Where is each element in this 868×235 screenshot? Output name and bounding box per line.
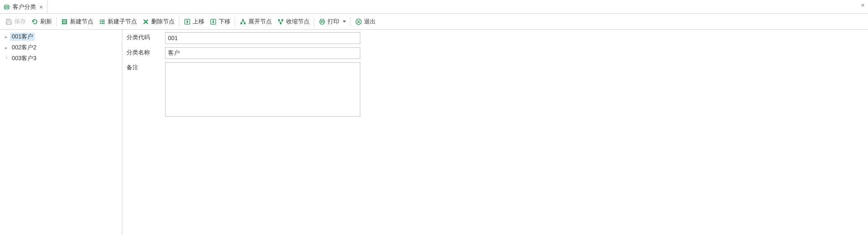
tree-item[interactable]: └ 003客户3 [0, 53, 122, 64]
new-child-node-label: 新建子节点 [108, 18, 137, 26]
svg-rect-24 [321, 22, 323, 24]
chevron-down-icon [343, 20, 346, 23]
new-child-node-button[interactable]: 新建子节点 [96, 16, 140, 28]
svg-rect-19 [278, 19, 280, 21]
new-node-label: 新建节点 [70, 18, 93, 26]
refresh-icon [31, 18, 39, 26]
separator [235, 17, 235, 26]
svg-rect-11 [101, 21, 105, 22]
move-down-label: 下移 [219, 18, 230, 26]
svg-rect-5 [63, 20, 66, 21]
new-node-button[interactable]: 新建节点 [58, 16, 96, 28]
remark-textarea[interactable] [165, 62, 360, 117]
refresh-button[interactable]: 刷新 [28, 16, 54, 28]
print-label: 打印 [328, 18, 339, 26]
separator [350, 17, 351, 26]
svg-rect-16 [242, 19, 244, 21]
svg-rect-6 [63, 21, 66, 22]
code-input[interactable] [165, 32, 360, 44]
new-node-icon [61, 18, 68, 26]
chevron-right-icon[interactable]: ▸ [3, 45, 9, 51]
delete-node-label: 删除节点 [151, 18, 175, 26]
expand-node-button[interactable]: 展开节点 [237, 16, 274, 28]
form-row-name: 分类名称 [127, 47, 864, 59]
move-down-button[interactable]: 下移 [207, 16, 233, 28]
chevron-right-icon[interactable]: ▸ [3, 34, 9, 40]
svg-rect-8 [100, 20, 101, 20]
print-icon [318, 18, 326, 26]
collapse-node-button[interactable]: 收缩节点 [274, 16, 312, 28]
print-button[interactable]: 打印 [316, 16, 349, 28]
expand-node-label: 展开节点 [248, 18, 272, 26]
main-area: ▸ 001客户 ▸ 002客户2 └ 003客户3 分类代码 分类名称 备注 [0, 30, 868, 235]
tree-item[interactable]: ▸ 001客户 [0, 31, 122, 42]
move-up-label: 上移 [193, 18, 204, 26]
new-child-node-icon [98, 18, 106, 26]
form-panel: 分类代码 分类名称 备注 [122, 30, 868, 235]
separator [314, 17, 314, 26]
separator [179, 17, 179, 26]
delete-icon [142, 18, 150, 26]
svg-rect-20 [282, 19, 283, 21]
tree-item[interactable]: ▸ 002客户2 [0, 42, 122, 53]
svg-rect-21 [280, 23, 282, 24]
tab-customer-category[interactable]: 客户分类 × [0, 0, 47, 13]
svg-rect-2 [8, 19, 10, 21]
refresh-label: 刷新 [40, 18, 52, 26]
arrow-down-icon [209, 18, 217, 26]
exit-icon [355, 18, 362, 26]
separator [56, 17, 57, 26]
remark-label: 备注 [127, 62, 165, 117]
exit-label: 退出 [364, 18, 376, 26]
toolbar: 保存 刷新 新建节点 [0, 14, 868, 30]
tab-title: 客户分类 [13, 3, 36, 11]
move-up-button[interactable]: 上移 [181, 16, 207, 28]
name-input[interactable] [165, 47, 360, 59]
tree-elbow-icon: └ [3, 56, 9, 61]
save-label: 保存 [14, 18, 26, 26]
svg-rect-10 [100, 21, 101, 22]
tab-bar: 客户分类 × × [0, 0, 868, 14]
svg-rect-17 [240, 23, 242, 24]
svg-rect-18 [244, 23, 245, 24]
save-button[interactable]: 保存 [3, 16, 28, 28]
svg-rect-13 [101, 23, 105, 24]
collapse-node-label: 收缩节点 [286, 18, 310, 26]
close-icon[interactable]: × [39, 4, 43, 10]
name-label: 分类名称 [127, 47, 165, 59]
tree-item-label: 001客户 [10, 33, 35, 41]
arrow-up-icon [183, 18, 191, 26]
svg-rect-12 [100, 23, 101, 24]
svg-rect-9 [101, 20, 105, 20]
tree-item-label: 003客户3 [10, 54, 38, 63]
save-icon [5, 18, 13, 26]
form-row-remark: 备注 [127, 62, 864, 117]
tree-panel: ▸ 001客户 ▸ 002客户2 └ 003客户3 [0, 30, 122, 235]
form-row-code: 分类代码 [127, 32, 864, 44]
exit-button[interactable]: 退出 [352, 16, 378, 28]
collapse-icon [277, 18, 284, 26]
expand-icon [239, 18, 247, 26]
global-close-icon[interactable]: × [861, 2, 865, 9]
tree-item-label: 002客户2 [10, 43, 38, 52]
delete-node-button[interactable]: 删除节点 [140, 16, 177, 28]
svg-rect-7 [63, 23, 66, 23]
globe-icon [3, 4, 10, 10]
code-label: 分类代码 [127, 32, 165, 44]
